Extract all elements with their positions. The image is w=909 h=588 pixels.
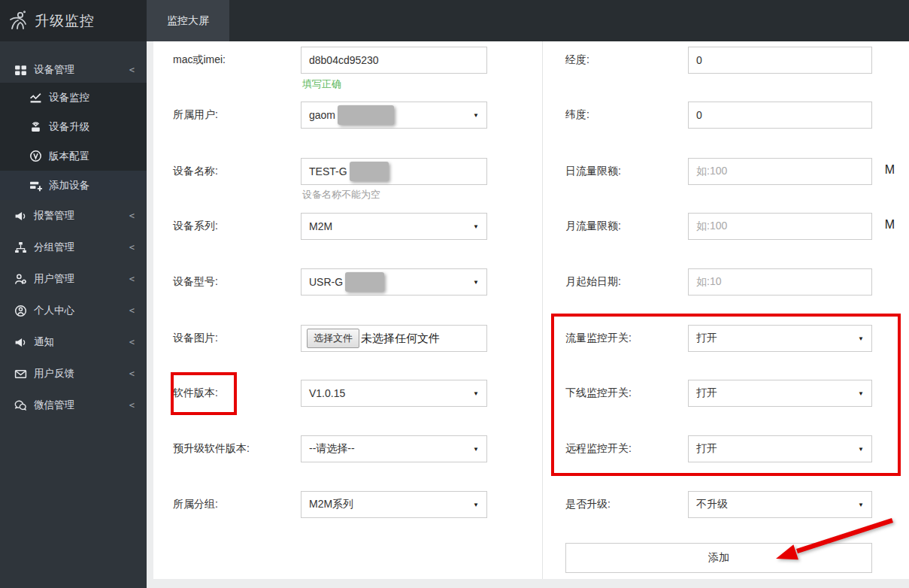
group-select[interactable]: M2M系列 ▼ xyxy=(301,491,487,518)
unit-suffix: M xyxy=(885,218,895,232)
form-row: 是否升级: 不升级 ▼ xyxy=(565,491,872,518)
device-image-label: 设备图片: xyxy=(173,332,301,345)
tab-monitor-screen[interactable]: 监控大屏 xyxy=(147,0,229,41)
wechat-icon xyxy=(14,399,27,412)
group-label: 所属分组: xyxy=(173,498,301,511)
month-start-day-input[interactable]: 如:10 xyxy=(688,268,872,296)
owner-user-label: 所属用户: xyxy=(173,108,301,122)
upgrade-flag-label: 是否升级: xyxy=(565,498,688,511)
device-name-input[interactable]: TEST-G xyxy=(301,158,487,185)
pre-upgrade-version-label: 预升级软件版本: xyxy=(173,442,301,456)
sitemap-icon xyxy=(14,241,27,254)
no-file-chosen-text: 未选择任何文件 xyxy=(361,332,440,346)
longitude-input[interactable]: 0 xyxy=(688,47,872,74)
traffic-monitor-switch-label: 流量监控开关: xyxy=(565,332,688,345)
redaction-box xyxy=(350,162,389,181)
select-caret-icon: ▼ xyxy=(473,502,479,508)
device-name-label: 设备名称: xyxy=(173,165,301,178)
mac-imei-label: mac或imei: xyxy=(173,53,301,67)
longitude-label: 经度: xyxy=(565,53,688,67)
sidebar-item-personal-center[interactable]: 个人中心 < xyxy=(0,295,147,326)
sidebar: 设备管理 < 设备监控 设备升级 xyxy=(0,41,147,588)
sidebar-item-label: 微信管理 xyxy=(34,399,74,412)
select-caret-icon: ▼ xyxy=(858,335,864,342)
user-gear-icon xyxy=(14,273,27,286)
unit-suffix: M xyxy=(885,163,895,177)
select-caret-icon: ▼ xyxy=(473,223,479,230)
chevron-left-icon: < xyxy=(129,242,135,253)
sidebar-item-device-mgmt[interactable]: 设备管理 < xyxy=(0,59,147,81)
sidebar-item-version-config[interactable]: 版本配置 xyxy=(0,141,147,171)
form-row: 月流量限额: 如:100 M xyxy=(565,213,872,240)
form-row: 软件版本: V1.0.15 ▼ xyxy=(173,380,487,407)
chevron-left-icon: < xyxy=(129,368,135,379)
form-row: 设备系列: M2M ▼ xyxy=(173,213,487,240)
device-series-select[interactable]: M2M ▼ xyxy=(301,213,487,240)
form-row: 设备名称: TEST-G xyxy=(173,158,487,185)
latitude-input[interactable]: 0 xyxy=(688,102,872,129)
sidebar-item-add-device[interactable]: 添加设备 xyxy=(0,171,147,200)
device-image-file-input[interactable]: 选择文件 未选择任何文件 xyxy=(301,325,487,352)
software-version-label: 软件版本: xyxy=(173,386,301,400)
mac-imei-input[interactable]: d8b04cd95230 xyxy=(301,47,487,74)
sidebar-item-label: 报警管理 xyxy=(34,209,74,223)
add-button[interactable]: 添加 xyxy=(565,543,872,573)
validation-ok-text: 填写正确 xyxy=(302,77,341,91)
select-caret-icon: ▼ xyxy=(473,112,479,119)
monthly-traffic-limit-label: 月流量限额: xyxy=(565,220,688,233)
sidebar-item-label: 用户反馈 xyxy=(34,367,74,380)
select-caret-icon: ▼ xyxy=(858,502,864,508)
upgrade-flag-select[interactable]: 不升级 ▼ xyxy=(688,491,872,518)
sidebar-item-device-upgrade[interactable]: 设备升级 xyxy=(0,112,147,141)
monthly-traffic-limit-input[interactable]: 如:100 xyxy=(688,213,872,240)
chevron-left-icon: < xyxy=(129,305,135,316)
chevron-left-icon: < xyxy=(129,274,135,284)
megaphone-icon xyxy=(14,336,27,349)
sidebar-item-label: 添加设备 xyxy=(49,179,89,192)
person-circle-icon xyxy=(14,305,27,317)
sidebar-item-alarm-mgmt[interactable]: 报警管理 < xyxy=(0,200,147,232)
app-window: 升级监控 监控大屏 设备管理 < 设备监控 xyxy=(0,0,909,588)
chevron-left-icon: < xyxy=(129,65,135,75)
form-row: 纬度: 0 xyxy=(565,102,872,129)
sidebar-item-device-monitor[interactable]: 设备监控 xyxy=(0,83,147,112)
daily-traffic-limit-input[interactable]: 如:100 xyxy=(688,158,872,185)
form-row: 经度: 0 xyxy=(565,47,872,74)
software-version-select[interactable]: V1.0.15 ▼ xyxy=(301,380,487,407)
form-row: 设备图片: 选择文件 未选择任何文件 xyxy=(173,325,487,352)
chevron-left-icon: < xyxy=(129,400,135,411)
choose-file-button[interactable]: 选择文件 xyxy=(307,329,359,348)
sidebar-item-user-mgmt[interactable]: 用户管理 < xyxy=(0,263,147,295)
latitude-label: 纬度: xyxy=(565,108,688,122)
brand-title: 升级监控 xyxy=(35,11,95,31)
sidebar-item-notifications[interactable]: 通知 < xyxy=(0,326,147,358)
chevron-left-icon: < xyxy=(129,211,135,221)
pre-upgrade-version-select[interactable]: --请选择-- ▼ xyxy=(301,435,487,462)
tab-monitor-screen-label: 监控大屏 xyxy=(167,14,209,28)
form-row: 日流量限额: 如:100 M xyxy=(565,158,872,185)
topbar: 升级监控 监控大屏 xyxy=(0,0,909,41)
sidebar-item-group-mgmt[interactable]: 分组管理 < xyxy=(0,232,147,263)
remote-monitor-switch-label: 远程监控开关: xyxy=(565,442,688,456)
owner-user-select[interactable]: gaom ▼ xyxy=(301,102,487,129)
sidebar-item-label: 个人中心 xyxy=(34,304,74,317)
sidebar-item-wechat-mgmt[interactable]: 微信管理 < xyxy=(0,389,147,421)
sidebar-item-user-feedback[interactable]: 用户反馈 < xyxy=(0,358,147,389)
select-caret-icon: ▼ xyxy=(858,446,864,453)
envelope-icon xyxy=(14,368,27,380)
offline-monitor-switch-select[interactable]: 打开 ▼ xyxy=(688,380,872,407)
device-series-label: 设备系列: xyxy=(173,220,301,233)
offline-monitor-switch-label: 下线监控开关: xyxy=(565,386,688,400)
remote-monitor-switch-select[interactable]: 打开 ▼ xyxy=(688,435,872,462)
traffic-monitor-switch-select[interactable]: 打开 ▼ xyxy=(688,325,872,352)
form-row: 所属用户: gaom ▼ xyxy=(173,102,487,129)
device-name-hint-text: 设备名称不能为空 xyxy=(302,188,380,202)
device-model-label: 设备型号: xyxy=(173,275,301,289)
megaphone-icon xyxy=(14,210,27,223)
brand: 升级监控 xyxy=(0,0,147,41)
chart-line-icon xyxy=(29,91,42,104)
device-model-select[interactable]: USR-G ▼ xyxy=(301,268,487,296)
logo-icon xyxy=(8,10,30,32)
select-caret-icon: ▼ xyxy=(473,446,479,453)
add-device-icon xyxy=(29,179,42,192)
